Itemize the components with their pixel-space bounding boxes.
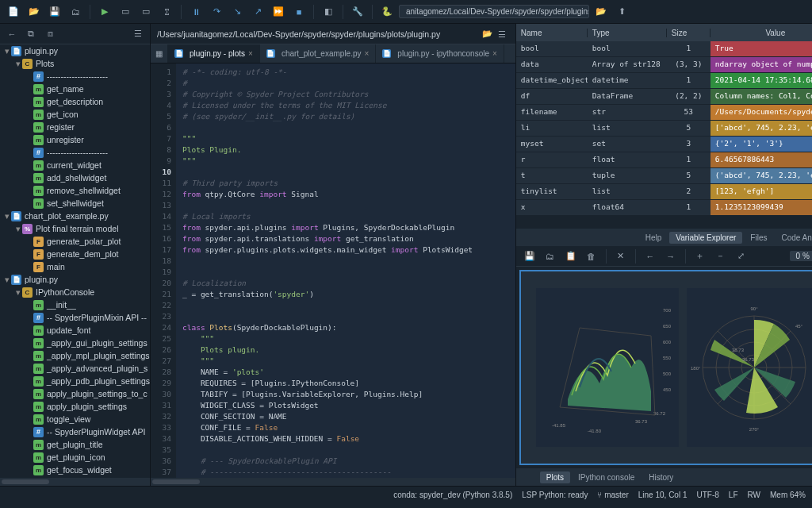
editor-browse-button[interactable]: 📂 [481, 27, 495, 41]
plot-save-button[interactable]: 💾 [521, 248, 538, 265]
outline-item[interactable]: mget_description [0, 95, 150, 108]
outline-item[interactable]: mremove_shellwidget [0, 184, 150, 197]
outline-item[interactable]: ▾📄plugin.py [0, 44, 150, 57]
outline-item[interactable]: m_apply_pdb_plugin_settings [0, 375, 150, 387]
variable-row[interactable]: dfDataFrame(2, 2)Column names: Col1, Col… [516, 89, 812, 105]
plot-delete-button[interactable]: 🗑 [583, 248, 600, 265]
outline-item[interactable]: #-- SpyderPluginMixin API -- [0, 311, 150, 324]
editor-menu-button[interactable]: ☰ [495, 27, 509, 41]
pane-tab[interactable]: Code Analysis [775, 232, 812, 244]
run-cell-button[interactable]: ▭ [117, 3, 134, 21]
outline-item[interactable]: #-- SpyderPluginWidget API [0, 425, 150, 438]
variable-table-body[interactable]: boolbool1TruedataArray of str128(3, 3)nd… [516, 41, 812, 229]
open-file-button[interactable]: 📂 [25, 3, 43, 21]
cwd-browse-button[interactable]: 📂 [592, 3, 610, 21]
status-mode[interactable]: RW [748, 491, 760, 499]
code-editor[interactable]: 1234567891011121314151617181920212223242… [151, 64, 515, 478]
plot-zoom-out-button[interactable]: － [712, 248, 730, 265]
debug-step-out-button[interactable]: ↗ [249, 3, 266, 21]
outline-item[interactable]: ▾CIPythonConsole [0, 286, 150, 298]
status-mem[interactable]: Mem 64% [770, 491, 806, 499]
outline-item[interactable]: mget_plugin_title [0, 438, 150, 451]
expand-all-button[interactable]: ⧈ [43, 27, 57, 41]
pane-tab[interactable]: Files [744, 232, 773, 244]
plot-zoom-in-button[interactable]: ＋ [691, 248, 709, 265]
variable-row[interactable]: dataArray of str128(3, 3)ndarray object … [516, 57, 812, 73]
pane-tab[interactable]: Plots [540, 471, 570, 483]
status-encoding[interactable]: UTF-8 [696, 491, 718, 499]
pythonpath-button[interactable]: 🐍 [378, 3, 396, 21]
outline-item[interactable]: mtoggle_view [0, 413, 150, 425]
save-button[interactable]: 💾 [46, 3, 63, 21]
close-tab-icon[interactable]: × [492, 49, 497, 58]
col-size[interactable]: Size [667, 29, 710, 37]
outline-item[interactable]: #---------------------- [0, 146, 150, 159]
status-cursor[interactable]: Line 10, Col 1 [638, 491, 688, 499]
outline-item[interactable]: munregister [0, 133, 150, 146]
outline-item[interactable]: mupdate_font [0, 324, 150, 337]
outline-item[interactable]: mget_icon [0, 108, 150, 121]
editor-tab[interactable]: 📄plugin.py - ipythonconsole× [376, 44, 504, 63]
run-button[interactable]: ▶ [96, 3, 113, 21]
outline-item[interactable]: ▾📄plugin.py [0, 273, 150, 286]
pane-tab[interactable]: Variable Explorer [669, 232, 742, 244]
collapse-all-button[interactable]: ⧉ [24, 27, 38, 41]
status-eol[interactable]: LF [729, 491, 738, 499]
col-value[interactable]: Value [710, 29, 812, 37]
variable-row[interactable]: mysetset3{'2', '1', '3'} [516, 137, 812, 152]
close-tab-icon[interactable]: × [365, 49, 370, 58]
debug-step-button[interactable]: ↷ [208, 3, 225, 21]
outline-item[interactable]: ▾CPlots [0, 57, 150, 70]
outline-item[interactable]: mset_shellwidget [0, 197, 150, 210]
status-conda[interactable]: conda: spyder_dev (Python 3.8.5) [393, 491, 512, 499]
variable-row[interactable]: rfloat16.46567886443 [516, 152, 812, 168]
code-area[interactable]: # -*- coding: utf-8 -*-## Copyright © Sp… [176, 64, 515, 478]
preferences-button[interactable]: 🔧 [349, 3, 366, 21]
outline-item[interactable]: Fmain [0, 260, 150, 273]
cwd-parent-button[interactable]: ⬆ [613, 3, 630, 21]
max-pane-button[interactable]: ◧ [320, 3, 337, 21]
col-name[interactable]: Name [516, 29, 588, 37]
variable-row[interactable]: filenamestr53/Users/Documents/spyder/spy… [516, 105, 812, 121]
col-type[interactable]: Type [588, 29, 667, 37]
variable-row[interactable]: boolbool1True [516, 41, 812, 57]
plot-fit-button[interactable]: ⤢ [733, 248, 750, 265]
editor-tab[interactable]: 📄chart_plot_example.py× [260, 44, 376, 63]
debug-continue-button[interactable]: ⏩ [270, 3, 287, 21]
outline-item[interactable]: mapply_plugin_settings_to_c [0, 387, 150, 400]
outline-item[interactable]: mget_focus_widget [0, 464, 150, 476]
working-directory-input[interactable]: anitagomez/Local/Dev-Spyder/spyder/spyde… [399, 5, 589, 18]
outline-item[interactable]: mget_name [0, 83, 150, 95]
outline-item[interactable]: mregister [0, 121, 150, 133]
plot-save-all-button[interactable]: 🗂 [542, 248, 559, 265]
outline-item[interactable]: Fgenerate_polar_plot [0, 235, 150, 248]
variable-row[interactable]: lilist5['abcd', 745, 2.23, 'efgh', 70.2] [516, 121, 812, 137]
pane-tab[interactable]: History [642, 471, 680, 483]
outline-item[interactable]: m_apply_mpl_plugin_settings [0, 349, 150, 362]
outline-item[interactable]: m_apply_gui_plugin_settings [0, 337, 150, 349]
run-selection-button[interactable]: Ɪ [158, 3, 175, 21]
outline-menu-button[interactable]: ☰ [131, 27, 145, 41]
plot-close-all-button[interactable]: ✕ [612, 248, 630, 265]
status-git[interactable]: ⑂ master [597, 491, 628, 499]
plot-prev-button[interactable]: ← [642, 248, 659, 265]
status-lsp[interactable]: LSP Python: ready [522, 491, 588, 499]
new-file-button[interactable]: 📄 [5, 3, 22, 21]
plot-next-button[interactable]: → [662, 248, 680, 265]
outline-item[interactable]: mapply_plugin_settings [0, 400, 150, 413]
save-all-button[interactable]: 🗂 [67, 3, 84, 21]
close-tab-icon[interactable]: × [248, 49, 253, 58]
pane-tab[interactable]: Help [639, 232, 668, 244]
outline-item[interactable]: mget_plugin_icon [0, 451, 150, 464]
outline-item[interactable]: m__init__ [0, 298, 150, 311]
run-cell-advance-button[interactable]: ▭ [137, 3, 155, 21]
variable-table-header[interactable]: Name Type Size Value [516, 24, 812, 41]
editor-tab[interactable]: 📄plugin.py - plots× [168, 44, 260, 63]
outline-item[interactable]: mcurrent_widget [0, 159, 150, 171]
back-button[interactable]: ← [5, 27, 19, 41]
outline-item[interactable]: ▾%Plot final terrain model [0, 222, 150, 235]
plot-canvas[interactable]: 700 650 600 550 500 450 -41.85 -41.80 36… [519, 270, 812, 465]
outline-item[interactable]: m_apply_advanced_plugin_s [0, 362, 150, 375]
outline-item[interactable]: Fgenerate_dem_plot [0, 248, 150, 260]
pane-tab[interactable]: IPython console [572, 471, 641, 483]
